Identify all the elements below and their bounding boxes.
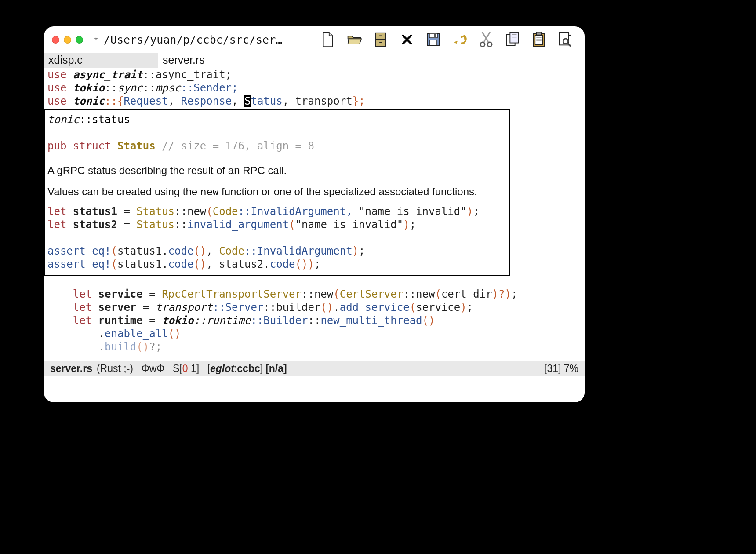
macro: assert_eq!: [47, 258, 111, 270]
code-text: =: [143, 314, 162, 327]
ident: Response: [181, 95, 232, 107]
status-indicator: ΦwΦ: [141, 363, 164, 375]
type: Code: [213, 205, 238, 218]
eglot-indicator: [eglot:ccbc]: [207, 363, 263, 375]
tab-server[interactable]: server.rs: [158, 53, 273, 68]
doc-code: new: [200, 186, 219, 197]
kw-let: let: [73, 314, 92, 327]
paren: (: [289, 219, 295, 231]
toolbar: [320, 31, 579, 48]
var: status2: [73, 219, 117, 231]
code-area-below[interactable]: let service = RpcCertTransportServer::ne…: [44, 278, 585, 354]
kw-let: let: [73, 301, 92, 313]
fn: code: [270, 258, 295, 270]
paren: (: [111, 258, 117, 270]
path: ::runtime: [193, 314, 251, 327]
paren: ): [467, 205, 473, 218]
code-text: , transport: [283, 95, 353, 107]
code-text: ,: [168, 95, 181, 107]
zoom-window-button[interactable]: [76, 36, 83, 44]
hover-doc-popup: tonic::status pub struct Status // size …: [44, 109, 510, 276]
path: transport: [156, 301, 213, 313]
crate: tonic: [47, 113, 79, 126]
mode-line[interactable]: server.rs (Rust ;-) ΦwΦ S[0 1] [eglot:cc…: [44, 361, 585, 376]
path: tokio: [162, 314, 193, 327]
paste-icon[interactable]: [531, 31, 547, 48]
string: "name is invalid": [359, 205, 467, 218]
fn: code: [168, 258, 194, 270]
type-name: Status: [117, 140, 156, 152]
svg-point-12: [480, 42, 485, 47]
open-folder-icon[interactable]: [346, 31, 362, 48]
code-text: =: [143, 288, 162, 300]
svg-rect-2: [379, 36, 382, 36]
code-text: =: [117, 205, 136, 218]
path: async_trait: [73, 69, 143, 81]
drawer-icon[interactable]: [373, 31, 389, 48]
fn: enable_all: [105, 328, 168, 340]
new-file-icon[interactable]: [320, 31, 336, 48]
fn: ::new: [302, 288, 333, 300]
code-text: ::async_trait;: [143, 69, 232, 81]
paren: )?): [492, 288, 511, 300]
type: CertServer: [340, 288, 403, 300]
string: "name is invalid": [295, 219, 403, 231]
popup-path: tonic::status pub struct Status // size …: [47, 113, 506, 153]
semi: ;: [473, 205, 479, 218]
titlebar: ⚚ /Users/yuan/p/ccbc/src/server...: [44, 26, 585, 53]
var: status2: [219, 258, 263, 270]
svg-line-27: [568, 44, 571, 47]
cut-icon[interactable]: [478, 31, 494, 48]
svg-rect-21: [536, 32, 541, 35]
svg-rect-9: [434, 34, 436, 37]
major-mode: (Rust ;-): [97, 363, 133, 375]
doc-text: function or one of the specialized assoc…: [218, 186, 477, 197]
search-icon[interactable]: [557, 31, 573, 48]
vc-branch-icon: ⚚: [94, 35, 98, 44]
popup-description: A gRPC status describing the result of a…: [47, 164, 506, 199]
close-window-button[interactable]: [52, 36, 59, 44]
fn: add_service: [340, 301, 410, 313]
paren: (: [206, 205, 212, 218]
kw-use: use: [47, 69, 66, 81]
tab-xdisp[interactable]: xdisp.c: [44, 53, 158, 68]
kw-use: use: [47, 95, 66, 107]
var: status1: [73, 205, 117, 218]
fn: invalid_argument: [187, 219, 289, 231]
doc-text: Values can be created using the: [47, 186, 200, 197]
kw-let: let: [47, 205, 66, 218]
semi: ;: [410, 219, 416, 231]
var: server: [98, 301, 137, 313]
buffer-name: server.rs: [50, 363, 92, 375]
minimize-window-button[interactable]: [64, 36, 71, 44]
semi: ;: [511, 288, 517, 300]
undo-icon[interactable]: [452, 31, 468, 48]
save-icon[interactable]: [425, 31, 441, 48]
copy-icon[interactable]: [505, 31, 520, 48]
kw-struct: struct: [73, 140, 111, 152]
type: ::Builder: [251, 314, 308, 327]
kw-use: use: [47, 82, 66, 94]
doc-line: Values can be created using the new func…: [47, 185, 506, 199]
path: tonic: [73, 95, 105, 107]
kw-let: let: [47, 219, 66, 231]
popup-example: let status1 = Status::new(Code::InvalidA…: [47, 205, 506, 271]
fn: new_multi_thread: [320, 314, 422, 327]
ident: Request: [124, 95, 168, 107]
close-icon[interactable]: [399, 31, 415, 48]
type: ::Server: [213, 301, 264, 313]
text-cursor: S: [244, 95, 251, 107]
doc-line: A gRPC status describing the result of a…: [47, 164, 506, 178]
svg-rect-3: [379, 42, 382, 43]
var: service: [416, 301, 460, 313]
enum-variant: ::InvalidArgument,: [238, 205, 359, 218]
semi: ;: [467, 301, 473, 313]
traffic-lights: [52, 36, 83, 44]
code-area[interactable]: use async_trait::async_trait; use tokio:…: [44, 68, 585, 108]
svg-rect-20: [535, 36, 542, 45]
var: cert_dir: [441, 288, 492, 300]
macro: assert_eq!: [47, 245, 111, 257]
diagnostics: S[0 1]: [173, 363, 199, 375]
module: ::status: [79, 113, 130, 126]
ident: ::Sender;: [181, 82, 238, 94]
